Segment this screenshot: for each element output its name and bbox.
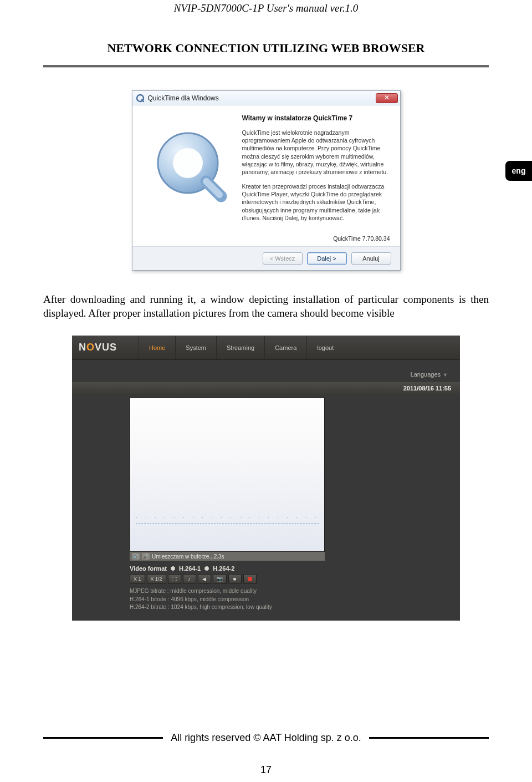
- video-scanline: [136, 523, 319, 524]
- tab-system[interactable]: System: [175, 336, 216, 359]
- rule-left: [43, 737, 163, 739]
- novus-navbar: NOVUS Home System Streaming Camera logou…: [72, 336, 460, 360]
- quicktime-logo: [137, 114, 242, 228]
- snapshot-button[interactable]: 📷: [213, 574, 227, 584]
- tab-logout[interactable]: logout: [306, 336, 344, 359]
- svg-point-2: [173, 148, 203, 178]
- footer-rule: All rights reserved © AAT Holding sp. z …: [43, 732, 489, 744]
- novus-camera-ui: NOVUS Home System Streaming Camera logou…: [72, 336, 460, 621]
- audio-button[interactable]: ♪: [183, 574, 196, 584]
- languages-dropdown[interactable]: Languages▼: [72, 360, 460, 382]
- video-waveform: · · · · · · · · · · · · · · · · · · · · …: [136, 515, 319, 520]
- dialog-paragraph-1: QuickTime jest wielokrotnie nagradzanym …: [242, 129, 390, 176]
- radio-label-h264-1: H.264-1: [179, 565, 201, 572]
- radio-h264-1[interactable]: [170, 566, 176, 571]
- buffer-status: Umieszczam w buforze...2.3s: [152, 554, 224, 560]
- zoom-half-button[interactable]: X 1/2: [147, 574, 166, 584]
- logo-part: VUS: [95, 342, 117, 353]
- mute-button[interactable]: ◀: [198, 574, 211, 584]
- back-button[interactable]: < Wstecz: [263, 252, 303, 265]
- dialog-body: Witamy w instalatorze QuickTime 7 QuickT…: [132, 105, 400, 235]
- rule: [43, 65, 489, 68]
- quicktime-installer-dialog: QuickTime dla Windows ✕ Witamy w instala: [132, 90, 401, 271]
- logo-part: N: [79, 342, 86, 353]
- footer-text: All rights reserved © AAT Holding sp. z …: [171, 732, 361, 744]
- body-paragraph: After downloading and running it, a wind…: [43, 293, 489, 320]
- record-icon: [248, 577, 252, 581]
- video-area: · · · · · · · · · · · · · · · · · · · · …: [72, 394, 460, 561]
- tab-streaming[interactable]: Streaming: [216, 336, 264, 359]
- dialog-titlebar: QuickTime dla Windows ✕: [132, 91, 400, 105]
- record-button[interactable]: [243, 574, 257, 584]
- chevron-down-icon: ▼: [443, 372, 448, 378]
- video-format-label: Video format: [130, 565, 167, 572]
- quicktime-version: QuickTime 7.70.80.34: [132, 235, 400, 246]
- dialog-footer: < Wstecz Dalej > Anuluj: [132, 246, 400, 270]
- mic-icon[interactable]: 🎤: [142, 553, 150, 560]
- tab-camera[interactable]: Camera: [264, 336, 306, 359]
- section-title: NETWORK CONNECTION UTILIZING WEB BROWSER: [0, 41, 532, 55]
- dialog-title: QuickTime dla Windows: [148, 94, 219, 102]
- video-status-bar: 🔊 🎤 Umieszczam w buforze...2.3s: [130, 552, 325, 561]
- radio-h264-2[interactable]: [204, 566, 209, 571]
- bitrate-info-mjpeg: MJPEG bitrate : middle compression, midd…: [130, 587, 338, 596]
- language-tab: eng: [505, 161, 532, 181]
- control-row: X 1 X 1/2 ⛶ ♪ ◀ 📷 ■: [130, 574, 338, 584]
- next-button[interactable]: Dalej >: [307, 252, 347, 265]
- dialog-welcome: Witamy w instalatorze QuickTime 7: [242, 114, 390, 122]
- languages-label: Languages: [411, 371, 441, 378]
- tab-home[interactable]: Home: [139, 336, 175, 359]
- video-meta: Video format H.264-1 H.264-2 X 1 X 1/2 ⛶…: [72, 561, 338, 612]
- video-format-row: Video format H.264-1 H.264-2: [130, 565, 338, 572]
- cancel-button[interactable]: Anuluj: [351, 252, 391, 265]
- doc-header: NVIP-5DN7000C-1P User's manual ver.1.0: [0, 0, 532, 14]
- radio-label-h264-2: H.264-2: [213, 565, 234, 572]
- bitrate-info-h264-1: H.264-1 bitrate : 4096 kbps, middle comp…: [130, 596, 338, 604]
- novus-logo: NOVUS: [72, 342, 139, 353]
- bitrate-info-h264-2: H.264-2 bitrate : 1024 kbps, high compre…: [130, 603, 338, 612]
- zoom-1x-button[interactable]: X 1: [130, 574, 145, 584]
- dialog-paragraph-2: Kreator ten przeprowadzi proces instalac…: [242, 182, 390, 222]
- quicktime-icon: [136, 94, 145, 103]
- speaker-icon[interactable]: 🔊: [132, 553, 140, 560]
- dialog-text: Witamy w instalatorze QuickTime 7 QuickT…: [242, 114, 390, 228]
- rule-right: [369, 737, 489, 739]
- novus-timestamp-bar: 2011/08/16 11:55: [72, 382, 460, 394]
- page-number: 17: [0, 764, 532, 776]
- close-button[interactable]: ✕: [376, 93, 398, 103]
- stop-button[interactable]: ■: [228, 574, 242, 584]
- logo-part: O: [86, 342, 95, 353]
- video-preview: · · · · · · · · · · · · · · · · · · · · …: [130, 398, 325, 552]
- fullscreen-button[interactable]: ⛶: [168, 574, 181, 584]
- novus-tabs: Home System Streaming Camera logout: [139, 336, 344, 359]
